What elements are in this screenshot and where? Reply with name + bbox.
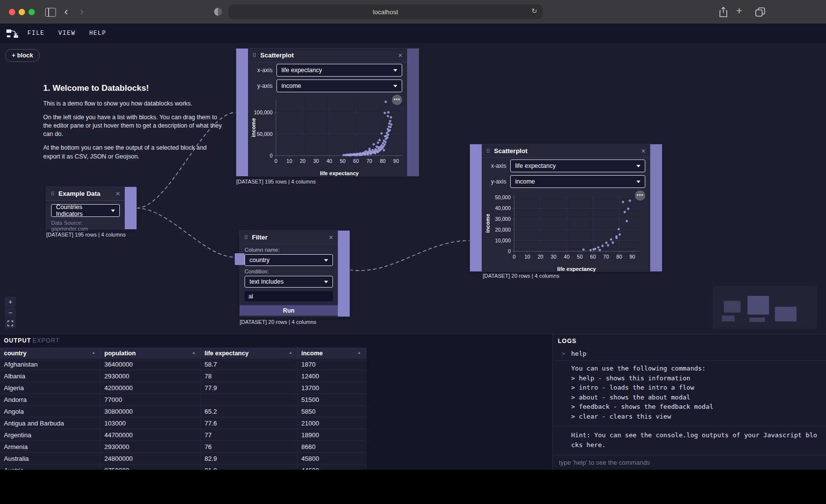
chevron-down-icon [324, 281, 328, 283]
block-header[interactable]: ⠿ Scatterplot ✕ [482, 144, 650, 158]
x-axis-select[interactable]: life expectancy [276, 64, 402, 77]
reload-icon[interactable]: ↻ [531, 7, 537, 15]
table-row[interactable]: Afghanistan3640000058.71870 [0, 359, 366, 371]
block-title: Example Data [58, 190, 115, 197]
dataset-status: [DATASET] 195 rows | 4 columns [46, 232, 126, 238]
drag-handle-icon[interactable]: ⠿ [51, 191, 55, 196]
tab-output[interactable]: OUTPUT [4, 337, 31, 344]
table-row[interactable]: Austria875000081.844600 [0, 465, 366, 470]
zoom-out-button[interactable]: − [5, 307, 16, 318]
chevron-down-icon [636, 181, 640, 183]
block-scatterplot-1[interactable]: ⠿ Scatterplot ✕ x-axis life expectancy y… [236, 49, 419, 176]
svg-text:40,000: 40,000 [495, 205, 510, 211]
table-row[interactable]: Argentina447000007718900 [0, 429, 366, 441]
welcome-note: 1. Welcome to Datablocks! This is a demo… [43, 83, 223, 166]
block-header[interactable]: ⠿ Scatterplot ✕ [248, 49, 407, 62]
x-axis-select[interactable]: life expectancy [510, 159, 645, 172]
drag-handle-icon[interactable]: ⠿ [252, 53, 256, 58]
input-port[interactable] [470, 144, 482, 271]
block-filter[interactable]: ⠿ Filter ✕ Column name: country Conditio… [240, 231, 350, 317]
tab-overview-icon[interactable] [754, 6, 766, 18]
x-axis-value: life expectancy [281, 67, 322, 74]
drag-handle-icon[interactable]: ⠿ [486, 149, 490, 154]
minimize-window-button[interactable] [19, 9, 25, 15]
column-header-population[interactable]: population▲ [100, 347, 200, 359]
svg-text:0: 0 [513, 254, 516, 260]
y-axis-select[interactable]: income [276, 80, 402, 92]
output-port[interactable] [407, 49, 419, 176]
welcome-paragraph: This is a demo flow to show you how data… [43, 100, 223, 108]
table-row[interactable]: Algeria4200000077.913700 [0, 382, 366, 394]
drag-handle-icon[interactable]: ⠿ [244, 235, 248, 240]
privacy-shield-icon[interactable] [214, 8, 222, 16]
y-axis-select[interactable]: income [510, 175, 645, 188]
more-options-button[interactable]: ••• [392, 95, 402, 105]
column-header-income[interactable]: income▲ [297, 347, 366, 359]
maximize-window-button[interactable] [28, 9, 35, 15]
svg-text:10: 10 [286, 158, 292, 164]
welcome-paragraph: On the left side you have a list with bl… [43, 113, 223, 138]
share-icon[interactable] [718, 6, 728, 18]
output-port[interactable] [338, 231, 350, 317]
column-header-life-expectancy[interactable]: life expectancy▲ [200, 347, 297, 359]
block-header[interactable]: ⠿ Example Data ✕ [46, 187, 125, 201]
table-row[interactable]: Albania29300007812400 [0, 371, 366, 382]
add-block-button[interactable]: + block [5, 49, 40, 62]
flow-canvas[interactable]: + block 1. Welcome to Datablocks! This i… [0, 43, 826, 334]
run-button[interactable]: Run [240, 305, 338, 316]
minimap[interactable] [713, 286, 817, 329]
input-port[interactable] [236, 49, 248, 176]
close-icon[interactable]: ✕ [115, 190, 120, 197]
sort-asc-icon[interactable]: ▲ [92, 350, 96, 355]
block-scatterplot-2[interactable]: ⠿ Scatterplot ✕ x-axis life expectancy y… [470, 144, 662, 271]
dataset-select[interactable]: Countries Indicators [51, 204, 120, 217]
more-options-button[interactable]: ••• [635, 190, 645, 201]
logs-command-input[interactable] [558, 458, 821, 467]
close-window-button[interactable] [9, 9, 15, 15]
svg-text:50: 50 [340, 158, 346, 164]
output-port[interactable] [125, 187, 137, 229]
close-icon[interactable]: ✕ [398, 52, 403, 59]
filter-query-input[interactable]: al [245, 291, 333, 301]
column-value: country [249, 257, 270, 264]
new-tab-icon[interactable]: + [736, 5, 742, 16]
menu-view[interactable]: VIEW [58, 30, 76, 37]
sort-asc-icon[interactable]: ▲ [289, 350, 293, 355]
block-header[interactable]: ⠿ Filter ✕ [240, 231, 338, 244]
minimap-node [722, 316, 735, 321]
svg-text:80: 80 [380, 158, 385, 164]
x-axis-label: x-axis [484, 162, 506, 169]
svg-text:70: 70 [366, 158, 372, 164]
table-row[interactable]: Armenia2930000768660 [0, 441, 366, 453]
zoom-in-button[interactable]: + [5, 296, 16, 307]
fit-view-button[interactable] [5, 318, 16, 328]
table-row[interactable]: Australia2480000082.945800 [0, 453, 366, 465]
table-row[interactable]: Angola3080000065.25850 [0, 406, 366, 418]
close-icon[interactable]: ✕ [329, 234, 333, 241]
logs-input-row [553, 454, 826, 470]
block-example-data[interactable]: ⠿ Example Data ✕ Countries Indicators Da… [46, 187, 137, 229]
forward-button[interactable]: › [80, 6, 83, 18]
column-select[interactable]: country [245, 254, 333, 266]
input-port[interactable] [235, 253, 245, 265]
column-name-label: Column name: [240, 244, 338, 254]
menu-help[interactable]: HELP [89, 30, 107, 37]
scatter-chart: 050,000100,0000102030405060708090life ex… [248, 96, 407, 177]
log-command-text: help [571, 350, 586, 357]
sidebar-toggle-icon[interactable] [45, 8, 56, 17]
table-row[interactable]: Andorra7700051500 [0, 394, 366, 406]
address-bar[interactable]: localhost ↻ [228, 4, 543, 19]
sort-asc-icon[interactable]: ▲ [358, 350, 361, 355]
sort-asc-icon[interactable]: ▲ [192, 350, 196, 355]
chevron-down-icon [393, 69, 397, 72]
tab-export[interactable]: EXPORT [32, 337, 59, 344]
log-command-entry: > help [553, 347, 826, 361]
table-row[interactable]: Antigua and Barbuda10300077.621000 [0, 418, 366, 429]
menu-file[interactable]: FILE [28, 30, 45, 37]
back-button[interactable]: ‹ [64, 6, 68, 18]
condition-select[interactable]: text includes [245, 276, 333, 288]
column-header-country[interactable]: country▲ [0, 347, 100, 359]
close-icon[interactable]: ✕ [641, 148, 646, 155]
chevron-down-icon [324, 259, 328, 262]
output-port[interactable] [650, 144, 662, 271]
